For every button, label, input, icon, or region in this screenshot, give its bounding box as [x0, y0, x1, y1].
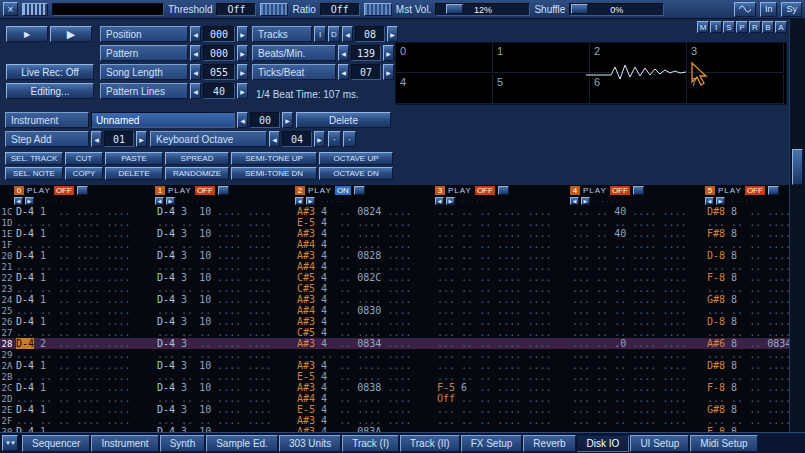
scrollbar-thumb[interactable] [792, 149, 803, 185]
pattern-cell[interactable]: ... .. .. .... .... [435, 327, 570, 338]
delete-instrument-button[interactable]: Delete [296, 112, 391, 128]
octave-dot-button-1[interactable]: · [328, 131, 341, 147]
sequence-cell-1[interactable]: 1 [493, 43, 590, 73]
track-status-toggle[interactable]: OFF [195, 186, 215, 195]
pattern-cell[interactable]: C#5 4 .. .... .... [295, 283, 435, 294]
track-pan-left-arrow[interactable]: ◀ [570, 197, 579, 205]
pattern-cell[interactable]: D-4 3 10 .... .... [155, 294, 295, 305]
pattern-cell[interactable]: D-4 1 .. .... .... [14, 294, 155, 305]
pattern-increment-arrow[interactable]: ▶ [237, 45, 248, 61]
pattern-cell[interactable]: ... .. .. .... .... [435, 261, 570, 272]
pattern-cell[interactable]: ... .. .. .... .... [705, 239, 789, 250]
pattern-cell[interactable]: ... .. .. .... .... [155, 305, 295, 316]
sequence-cell-5[interactable]: 5 [493, 74, 590, 104]
pattern-cell[interactable]: ... .. .. .... .... [435, 338, 570, 349]
edit-button-sel-track[interactable]: SEL. TRACK [5, 152, 63, 165]
pattern-cell[interactable]: D-4 1 .. .... .... [14, 316, 155, 327]
pattern-cell[interactable]: ... .. .. .... .... [570, 327, 705, 338]
pattern-cell[interactable]: ... .. .. .... .... [435, 228, 570, 239]
track-pan-left-arrow[interactable]: ◀ [705, 197, 714, 205]
pattern-cell[interactable]: ... .. .. .... .... [705, 261, 789, 272]
pattern-cell[interactable]: ... .. .. .... .... [705, 283, 789, 294]
track-number[interactable]: 4 [570, 186, 580, 195]
pattern-cell[interactable]: A#4 4 .. .... .... [295, 239, 435, 250]
pattern-cell[interactable]: ... .. .. .... .... [435, 206, 570, 217]
pattern-cell[interactable]: E-5 4 .. .... .... [295, 217, 435, 228]
pattern-cell[interactable]: D-4 1 .. .... .... [14, 206, 155, 217]
edit-button-copy[interactable]: COPY [65, 167, 103, 180]
pattern-cell[interactable]: Off .. .. .... .... [435, 393, 570, 404]
edit-button-octave-dn[interactable]: OCTAVE DN [319, 167, 393, 180]
track-pan-right-arrow[interactable]: ▶ [446, 197, 455, 205]
track-pan-left-arrow[interactable]: ◀ [295, 197, 304, 205]
pattern-cell[interactable]: D-4 1 .. .... .... [14, 250, 155, 261]
ratio-slider[interactable] [364, 3, 392, 16]
pattern-cell[interactable]: ... .. .. .... .... [14, 217, 155, 228]
pattern-cell[interactable]: ... .. .. .... .... [155, 393, 295, 404]
pattern-cell[interactable]: D-4 3 10 .... .... [155, 360, 295, 371]
tab-synth[interactable]: Synth [160, 435, 206, 452]
pattern-cell[interactable]: D-4 2 .. .... .... [14, 338, 155, 349]
track-pan-left-arrow[interactable]: ◀ [14, 197, 23, 205]
position-decrement-arrow[interactable]: ◀ [190, 26, 201, 42]
pattern-cell[interactable]: D-4 3 10 .... .... [155, 382, 295, 393]
pattern-cell[interactable]: ... .. .. .... .... [435, 239, 570, 250]
pattern-cell[interactable]: ... .. .. .... .... [570, 360, 705, 371]
pattern-cell[interactable]: ... .. .. .... .... [570, 239, 705, 250]
pattern-cell[interactable]: F#8 8 .. .... .... [705, 228, 789, 239]
channel-button-a[interactable]: A [775, 21, 787, 33]
sequence-cell-4[interactable]: 4 [396, 74, 493, 104]
track-status-toggle[interactable]: ON [335, 186, 351, 195]
pattern-cell[interactable]: ... .. .. .... .... [570, 393, 705, 404]
tracks-increment-arrow[interactable]: ▶ [387, 26, 398, 42]
edit-button-cut[interactable]: CUT [65, 152, 103, 165]
pattern-cell[interactable]: A#4 4 .. 0830 .... [295, 305, 435, 316]
pattern-cell[interactable]: ... .. .. .... .... [14, 283, 155, 294]
pattern-cell[interactable]: ... .. .. .... .... [570, 294, 705, 305]
sequence-cell-7[interactable]: 7 [687, 74, 784, 104]
track-number[interactable]: 1 [155, 186, 165, 195]
pattern-cell[interactable]: ... .. .. .... .... [705, 349, 789, 360]
pattern-cell[interactable]: D-4 3 10 .... .... [155, 250, 295, 261]
track-status-toggle[interactable]: OFF [745, 186, 765, 195]
tab-track-i[interactable]: Track (I) [342, 435, 399, 452]
beats-min-decrement-arrow[interactable]: ◀ [338, 45, 349, 61]
track-pan-right-arrow[interactable]: ▶ [306, 197, 315, 205]
tab-disk-io[interactable]: Disk IO [577, 435, 630, 452]
edit-button-randomize[interactable]: RANDOMIZE [165, 167, 229, 180]
pattern-cell[interactable]: ... .. .. .... .... [435, 316, 570, 327]
pattern-cell[interactable]: A#4 4 .. .... .... [295, 261, 435, 272]
pattern-cell[interactable]: ... .. .. .... .... [14, 239, 155, 250]
track-number[interactable]: 3 [435, 186, 445, 195]
pattern-cell[interactable]: A#3 4 .. .... .... [295, 415, 435, 426]
pattern-cell[interactable]: ... .. .. .... .... [14, 393, 155, 404]
pattern-cell[interactable]: A#3 4 .. 0838 .... [295, 382, 435, 393]
track-scope-button[interactable] [77, 186, 88, 195]
pattern-cell[interactable]: ... .. .. .... .... [435, 360, 570, 371]
pattern-cell[interactable]: ... .. .. .... .... [155, 283, 295, 294]
pattern-cell[interactable]: ... .. .. .... .... [570, 305, 705, 316]
pattern-cell[interactable]: ... .. .. .... .... [435, 217, 570, 228]
pattern-cell[interactable]: ... .. .. .... .... [570, 371, 705, 382]
keyboard-octave-next-arrow[interactable]: ▶ [314, 131, 325, 147]
in-button[interactable]: In [760, 2, 778, 17]
step-add-next-arrow[interactable]: ▶ [136, 131, 147, 147]
collapse-button[interactable]: ▼▼ [2, 435, 18, 451]
pattern-cell[interactable]: ... .. .. .... .... [570, 217, 705, 228]
track-pan-right-arrow[interactable]: ▶ [581, 197, 590, 205]
track-i-button[interactable]: I [314, 26, 326, 42]
pattern-cell[interactable]: ... .. .. .... .... [570, 415, 705, 426]
pattern-cell[interactable]: ... .. .. .... .... [705, 415, 789, 426]
pattern-cell[interactable]: ... .. .. .... .... [155, 415, 295, 426]
pattern-cell[interactable]: A#3 4 .. .... .... [295, 294, 435, 305]
close-button[interactable]: × [3, 2, 18, 16]
pattern-cell[interactable]: ... .. .. .... .... [14, 261, 155, 272]
grip-icon[interactable] [22, 3, 48, 16]
pattern-lines-increment-arrow[interactable]: ▶ [237, 83, 248, 99]
channel-button-p[interactable]: P [736, 21, 748, 33]
edit-button-spread[interactable]: SPREAD [165, 152, 229, 165]
pattern-cell[interactable]: ... .. .. .... .... [14, 415, 155, 426]
pattern-cell[interactable]: D-4 3 10 .... .... [155, 206, 295, 217]
shuffle-slider[interactable]: 0% [569, 3, 664, 16]
pattern-cell[interactable]: ... .. .. .... .... [14, 349, 155, 360]
